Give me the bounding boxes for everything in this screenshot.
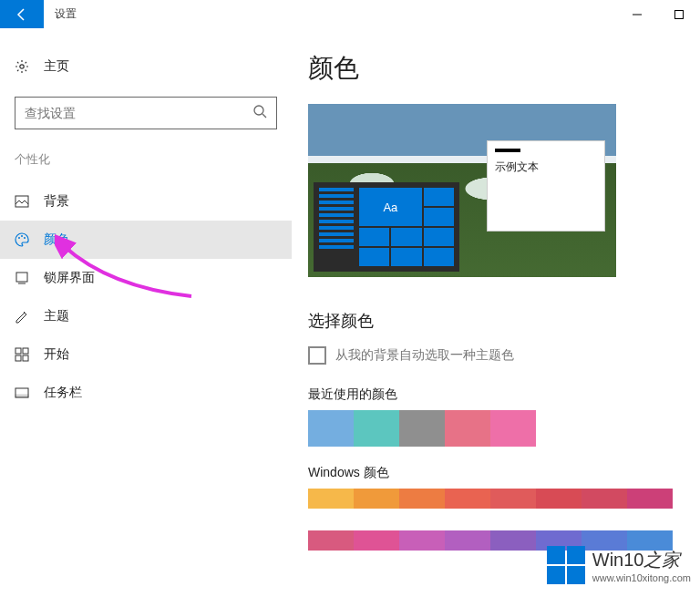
palette-icon (15, 232, 29, 247)
color-swatch[interactable] (445, 530, 490, 551)
window-accent-bar (495, 149, 520, 152)
start-preview: Aa (314, 182, 459, 272)
sidebar-item-lockscreen[interactable]: 锁屏界面 (0, 259, 292, 297)
search-icon (252, 104, 267, 122)
home-label: 主页 (44, 58, 69, 75)
svg-point-1 (20, 65, 24, 68)
color-swatch[interactable] (627, 489, 673, 509)
nav-label: 颜色 (44, 232, 69, 248)
taskbar-icon (15, 386, 29, 400)
color-swatch[interactable] (490, 410, 536, 447)
search-input-wrapper[interactable] (15, 97, 277, 129)
maximize-button[interactable] (658, 0, 700, 28)
color-swatch[interactable] (308, 489, 354, 509)
sample-tile: Aa (359, 188, 422, 226)
color-swatch[interactable] (308, 530, 354, 551)
color-swatch[interactable] (445, 489, 490, 509)
section-label: 个性化 (0, 144, 292, 175)
recent-colors (308, 410, 695, 447)
svg-point-2 (254, 106, 263, 115)
color-swatch[interactable] (536, 489, 582, 509)
sample-text: 示例文本 (495, 160, 597, 175)
svg-rect-7 (16, 273, 27, 282)
svg-point-4 (18, 237, 20, 239)
page-title: 颜色 (308, 51, 695, 86)
color-swatch[interactable] (354, 489, 399, 509)
windows-colors-row (308, 489, 695, 512)
home-nav[interactable]: 主页 (0, 51, 292, 82)
sidebar-item-start[interactable]: 开始 (0, 335, 292, 374)
sidebar-item-themes[interactable]: 主题 (0, 297, 292, 335)
sample-window: 示例文本 (487, 140, 605, 232)
color-swatch[interactable] (582, 489, 627, 509)
watermark-suffix: 之家 (643, 550, 680, 570)
sidebar-item-colors[interactable]: 颜色 (0, 221, 292, 259)
nav-label: 锁屏界面 (44, 270, 95, 286)
nav-label: 背景 (44, 193, 69, 210)
lockscreen-icon (15, 271, 29, 285)
search-input[interactable] (25, 106, 252, 120)
back-button[interactable] (0, 0, 44, 28)
titlebar: 设置 (0, 0, 700, 29)
svg-rect-0 (675, 10, 684, 18)
theme-icon (15, 309, 29, 324)
color-swatch[interactable] (354, 530, 399, 551)
svg-rect-8 (15, 348, 21, 354)
auto-pick-label: 从我的背景自动选取一种主题色 (335, 347, 514, 364)
sidebar-item-background[interactable]: 背景 (0, 182, 292, 221)
watermark-url: www.win10xitong.com (592, 572, 691, 583)
color-swatch[interactable] (308, 410, 354, 447)
sidebar-item-taskbar[interactable]: 任务栏 (0, 374, 292, 412)
svg-rect-3 (15, 196, 28, 207)
checkbox-icon[interactable] (308, 346, 326, 365)
auto-pick-checkbox-row[interactable]: 从我的背景自动选取一种主题色 (308, 346, 695, 365)
color-swatch[interactable] (354, 410, 399, 447)
content-area: 主页 个性化 背景 颜色 锁屏界面 主题 开始 任务栏 (0, 29, 700, 597)
color-swatch[interactable] (490, 489, 536, 509)
svg-rect-11 (23, 355, 28, 361)
sidebar: 主页 个性化 背景 颜色 锁屏界面 主题 开始 任务栏 (0, 29, 292, 597)
window-title: 设置 (44, 0, 88, 28)
watermark: Win10之家 www.win10xitong.com (547, 546, 691, 584)
recent-colors-label: 最近使用的颜色 (308, 386, 695, 403)
nav-label: 开始 (44, 346, 69, 363)
color-swatch[interactable] (490, 530, 536, 551)
svg-rect-13 (15, 395, 28, 397)
svg-point-5 (21, 235, 23, 237)
main-panel: 颜色 Aa 示例文本 选择颜色 从我的背景自动选取一种主题色 最近使用的颜色 W… (292, 29, 700, 597)
color-swatch[interactable] (399, 530, 445, 551)
watermark-brand: Win10 (592, 550, 644, 570)
picture-icon (15, 194, 29, 209)
color-swatch[interactable] (399, 489, 445, 509)
svg-point-6 (24, 237, 26, 239)
svg-rect-9 (23, 348, 28, 354)
color-swatch[interactable] (445, 410, 490, 447)
windows-colors-label: Windows 颜色 (308, 465, 695, 481)
minimize-button[interactable] (616, 0, 658, 28)
color-swatch[interactable] (399, 410, 445, 447)
windows-logo-icon (547, 546, 585, 584)
gear-icon (15, 59, 29, 74)
nav-label: 主题 (44, 308, 69, 324)
nav-label: 任务栏 (44, 385, 82, 401)
color-preview: Aa 示例文本 (308, 104, 616, 277)
start-icon (15, 347, 29, 362)
svg-rect-10 (15, 355, 21, 361)
choose-color-heading: 选择颜色 (308, 310, 695, 332)
